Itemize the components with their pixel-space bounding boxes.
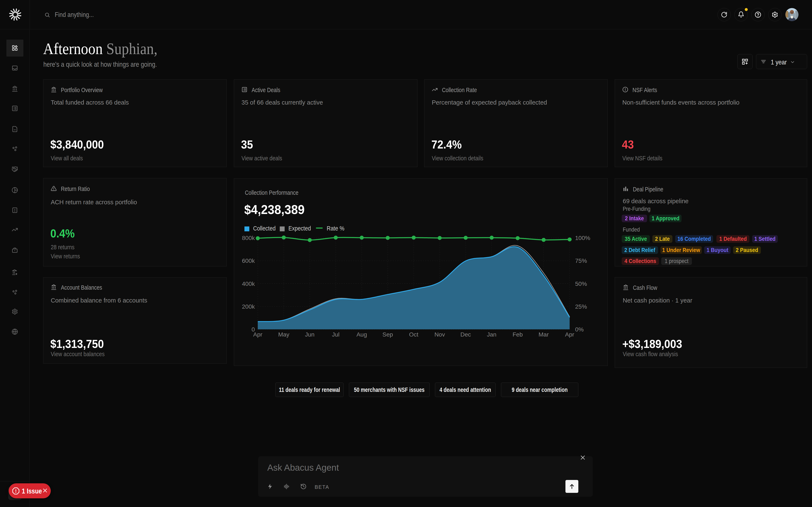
svg-text:May: May — [278, 331, 289, 338]
svg-text:100%: 100% — [575, 235, 591, 241]
svg-text:50%: 50% — [575, 281, 587, 287]
svg-text:Aug: Aug — [357, 331, 367, 338]
svg-text:Jul: Jul — [332, 331, 340, 338]
svg-text:Nov: Nov — [434, 331, 445, 338]
svg-text:Oct: Oct — [409, 331, 418, 338]
svg-text:400k: 400k — [242, 281, 255, 287]
svg-text:Apr: Apr — [253, 331, 262, 338]
svg-text:75%: 75% — [575, 258, 587, 264]
svg-text:Mar: Mar — [539, 331, 549, 338]
svg-text:Sep: Sep — [383, 331, 393, 338]
svg-text:Apr: Apr — [565, 331, 574, 338]
svg-text:0%: 0% — [575, 326, 583, 333]
svg-text:Feb: Feb — [513, 331, 523, 338]
svg-text:25%: 25% — [575, 303, 587, 310]
svg-text:Dec: Dec — [460, 331, 471, 338]
svg-text:Jun: Jun — [305, 331, 314, 338]
svg-text:Jan: Jan — [487, 331, 497, 338]
svg-text:800k: 800k — [242, 235, 255, 241]
svg-text:600k: 600k — [242, 258, 255, 264]
svg-text:200k: 200k — [242, 303, 255, 310]
